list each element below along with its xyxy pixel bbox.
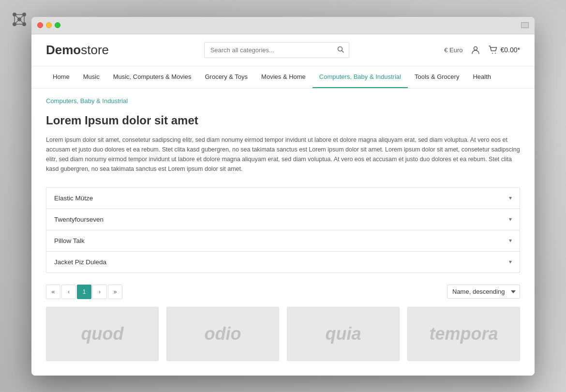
svg-line-9 xyxy=(15,15,19,19)
page-title: Lorem Ipsum dolor sit amet xyxy=(46,114,520,127)
traffic-lights xyxy=(37,22,60,28)
nav-item-grocery-toys[interactable]: Grocery & Toys xyxy=(198,66,254,88)
search-bar xyxy=(204,42,349,58)
accordion-item-4: Jacket Piz Duleda ▾ xyxy=(46,252,520,272)
product-image-text-1: quod xyxy=(81,324,124,344)
product-image-text-3: quia xyxy=(325,324,361,344)
svg-point-16 xyxy=(492,53,493,54)
cart-section[interactable]: €0.00* xyxy=(488,45,520,55)
page-current-button[interactable]: 1 xyxy=(77,285,91,299)
accordion-item-2: Twentyfourseven ▾ xyxy=(46,209,520,230)
accordion-header-1[interactable]: Elastic Mütze ▾ xyxy=(46,188,520,209)
pagination-section: « ‹ 1 › » Name, descending Name, ascendi… xyxy=(46,275,520,307)
nav-item-tools-grocery[interactable]: Tools & Grocery xyxy=(408,66,466,88)
page-last-button[interactable]: » xyxy=(108,285,122,299)
product-image-text-4: tempora xyxy=(429,324,498,344)
chevron-down-icon-2: ▾ xyxy=(509,216,512,223)
chevron-down-icon-3: ▾ xyxy=(509,237,512,244)
pagination: « ‹ 1 › » xyxy=(46,285,122,299)
site-header: Demostore € Euro xyxy=(31,34,535,66)
svg-point-17 xyxy=(495,53,496,54)
breadcrumb: Computers, Baby & Industrial xyxy=(31,89,535,109)
nav-item-computers-baby-industrial[interactable]: Computers, Baby & Industrial xyxy=(313,66,408,88)
site-navigation: Home Music Music, Computers & Movies Gro… xyxy=(31,66,535,89)
accordion: Elastic Mütze ▾ Twentyfourseven ▾ Pillow… xyxy=(46,187,520,273)
logo-rest: store xyxy=(81,43,109,57)
product-image-2: odio xyxy=(167,307,279,361)
accordion-header-4[interactable]: Jacket Piz Duleda ▾ xyxy=(46,252,520,272)
page-description: Lorem ipsum dolor sit amet, consetetur s… xyxy=(46,135,520,174)
product-image-4: tempora xyxy=(408,307,520,361)
svg-line-14 xyxy=(342,50,343,52)
nav-item-music-computers-movies[interactable]: Music, Computers & Movies xyxy=(106,66,198,88)
chevron-down-icon: ▾ xyxy=(509,195,512,201)
page-prev-button[interactable]: ‹ xyxy=(61,285,76,299)
svg-line-12 xyxy=(19,19,24,24)
account-button[interactable] xyxy=(471,45,480,55)
product-image-1: quod xyxy=(46,307,158,361)
product-card-1[interactable]: quod xyxy=(46,307,159,361)
product-card-4[interactable]: tempora xyxy=(407,307,520,361)
product-card-2[interactable]: odio xyxy=(166,307,279,361)
nav-item-music[interactable]: Music xyxy=(76,66,106,88)
browser-expand[interactable] xyxy=(521,22,529,28)
accordion-label-1: Elastic Mütze xyxy=(54,195,93,202)
currency-selector[interactable]: € Euro xyxy=(444,46,462,54)
minimize-button[interactable] xyxy=(46,22,52,28)
cart-price: €0.00* xyxy=(501,46,520,54)
product-card-3[interactable]: quia xyxy=(287,307,400,361)
page-content: Demostore € Euro xyxy=(31,34,535,376)
nav-item-movies-home[interactable]: Movies & Home xyxy=(254,66,313,88)
accordion-item-3: Pillow Talk ▾ xyxy=(46,230,520,252)
main-content: Lorem Ipsum dolor sit amet Lorem ipsum d… xyxy=(31,109,535,376)
accordion-header-2[interactable]: Twentyfourseven ▾ xyxy=(46,209,520,230)
browser-titlebar xyxy=(31,17,535,34)
close-button[interactable] xyxy=(37,22,43,28)
header-actions: € Euro €0.00* xyxy=(444,45,520,55)
svg-point-15 xyxy=(474,47,477,50)
page-next-button[interactable]: › xyxy=(92,285,107,299)
page-first-button[interactable]: « xyxy=(46,285,60,299)
sort-select[interactable]: Name, descending Name, ascending Price, … xyxy=(447,285,520,299)
accordion-label-4: Jacket Piz Duleda xyxy=(54,258,106,266)
chevron-down-icon-4: ▾ xyxy=(509,258,512,265)
svg-line-10 xyxy=(19,15,24,19)
accordion-label-2: Twentyfourseven xyxy=(54,216,104,223)
search-input[interactable] xyxy=(205,43,332,57)
breadcrumb-link[interactable]: Computers, Baby & Industrial xyxy=(46,97,128,105)
site-logo[interactable]: Demostore xyxy=(46,43,109,58)
maximize-button[interactable] xyxy=(55,22,60,28)
product-image-text-2: odio xyxy=(205,324,241,344)
accordion-label-3: Pillow Talk xyxy=(54,237,85,244)
browser-window: Demostore € Euro xyxy=(31,17,535,376)
product-image-3: quia xyxy=(287,307,399,361)
nav-item-health[interactable]: Health xyxy=(466,66,498,88)
logo-bold: Demo xyxy=(46,43,81,57)
nav-item-home[interactable]: Home xyxy=(46,66,76,88)
search-button[interactable] xyxy=(332,43,349,58)
app-icon xyxy=(10,10,29,29)
svg-line-11 xyxy=(15,19,19,24)
accordion-header-3[interactable]: Pillow Talk ▾ xyxy=(46,230,520,251)
accordion-item-1: Elastic Mütze ▾ xyxy=(46,188,520,209)
products-grid: quod odio quia tempora xyxy=(46,307,520,366)
